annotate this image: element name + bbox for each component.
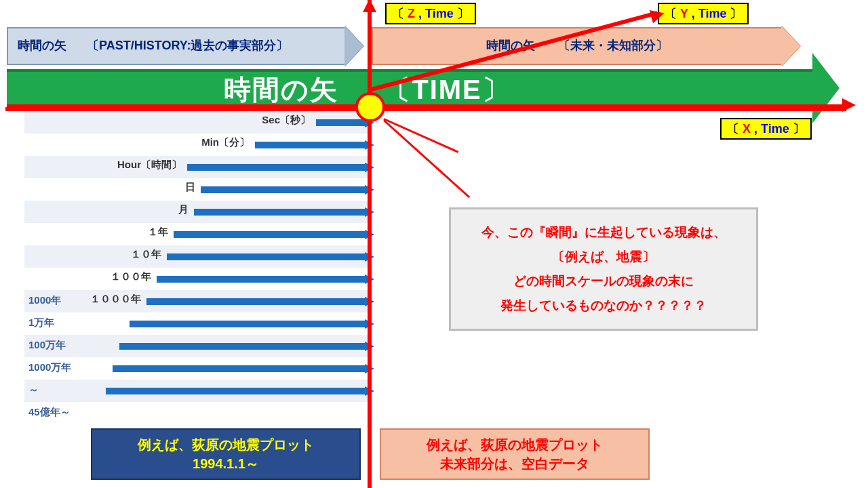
scale-row: １年 [24,223,369,245]
z-axis-arrow [363,0,376,12]
bottom-future-line-2: 未来部分は、空白データ [387,454,643,473]
past-arrow-text: 〔PAST/HISTORY:過去の事実部分〕 [87,39,288,52]
scale-row: 日 [24,178,369,201]
green-banner-left: 時間の矢 [224,75,338,104]
z-axis-line [368,0,372,488]
scale-arrow [201,186,365,193]
scale-arrow [255,142,365,148]
scale-left-label: 1万年 [24,317,90,329]
scale-row: １０年 [24,245,369,268]
bottom-future-line-1: 例えば、荻原の地震プロット [387,435,643,454]
green-banner-head [812,53,840,123]
scale-arrow [174,231,365,238]
scale-unit-label: 日 [113,181,201,194]
scale-row: Min〔分〕 [24,134,369,156]
scale-arrow [146,298,365,305]
scale-arrow [119,343,365,350]
scale-row: Sec〔秒〕 [24,111,369,134]
scale-row: 1000万年 [24,357,369,380]
scale-left-label: ～ [24,384,90,396]
x-axis-line [7,104,844,108]
scale-unit-label: Sec〔秒〕 [228,114,316,127]
scale-arrow [167,253,365,260]
scale-left-label: 100万年 [24,339,90,352]
bottom-future-box: 例えば、荻原の地震プロット 未来部分は、空白データ [380,428,650,480]
callout-box: 今、この『瞬間』に生起している現象は、 〔例えば、地震〕 どの時間スケールの現象… [449,207,758,331]
scale-row: 45億年～ [24,402,369,424]
scale-unit-label: １０年 [79,248,167,261]
scale-row: 月 [24,201,369,223]
scale-arrow [113,365,365,372]
scale-arrow [130,321,365,327]
scale-arrow [157,276,365,283]
scale-row: 1万年 [24,312,369,335]
callout-line-2: 〔例えば、地震〕 [467,245,740,269]
scale-row: ～ [24,380,369,402]
scale-unit-label: 月 [106,203,194,216]
past-arrow-head [344,26,363,66]
x-axis-arrow [842,98,856,112]
callout-line-4: 発生しているものなのか？？？？？ [467,293,740,318]
z-axis-label: 〔 Z , Time 〕 [385,3,476,24]
scale-row: 1000年１０００年 [24,290,369,312]
scale-arrow [194,209,365,216]
scale-left-label: 45億年～ [24,406,90,419]
scale-arrow [187,164,365,171]
scale-unit-label: １００年 [68,270,157,283]
past-arrow-body: 時間の矢 〔PAST/HISTORY:過去の事実部分〕 [7,27,346,65]
x-axis-label: 〔 X , Time 〕 [720,118,812,140]
past-arrow-prefix: 時間の矢 [18,39,66,52]
scale-left-label: 1000万年 [24,361,90,374]
scale-unit-label: １年 [85,226,174,239]
future-arrow-text: 〔未来・未知部分〕 [558,39,668,52]
bottom-past-box: 例えば、荻原の地震プロット 1994.1.1～ [91,428,361,480]
callout-pointer-1 [383,118,458,153]
scale-row: Hour〔時間〕 [24,156,369,178]
scale-row: 100万年 [24,335,369,357]
scale-arrow [316,119,365,126]
bottom-past-line-1: 例えば、荻原の地震プロット [98,435,354,454]
origin-dot [355,92,385,122]
callout-pointer-2 [383,119,470,198]
scale-arrow [106,388,365,394]
y-axis-label: 〔 Y , Time 〕 [658,3,749,24]
callout-line-1: 今、この『瞬間』に生起している現象は、 [467,220,740,245]
bottom-past-line-2: 1994.1.1～ [98,454,354,473]
scale-unit-label: Min〔分〕 [167,136,255,149]
callout-line-3: どの時間スケールの現象の末に [467,269,740,293]
scale-unit-label: １０００年 [58,293,146,306]
scale-unit-label: Hour〔時間〕 [99,159,187,171]
future-arrow-head [781,26,800,66]
scale-row: １００年 [24,268,369,290]
green-banner-body: 時間の矢 〔TIME〕 [7,69,814,107]
